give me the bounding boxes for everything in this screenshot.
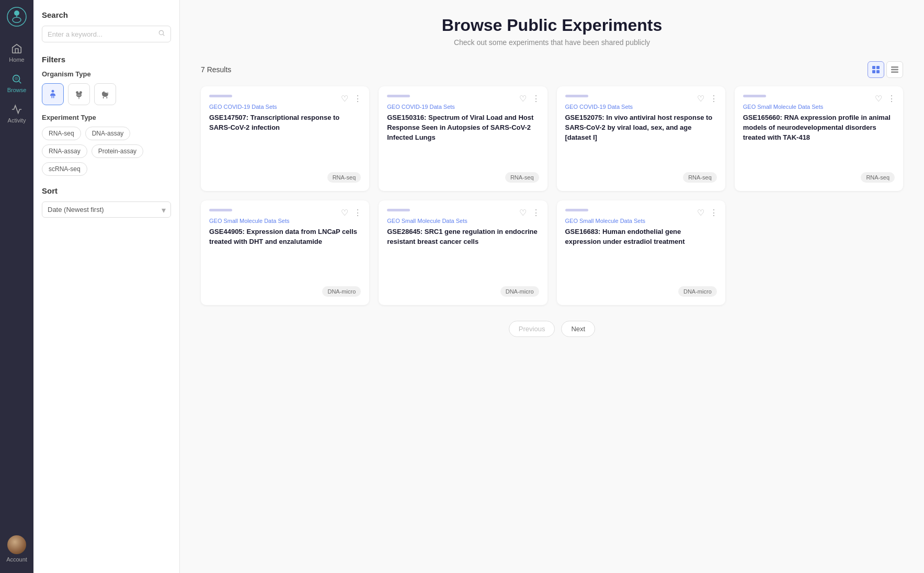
card-category: GEO Small Molecule Data Sets [743,104,895,110]
svg-rect-25 [891,72,898,73]
svg-point-14 [78,95,79,96]
search-input[interactable] [48,30,158,38]
experiment-card[interactable]: ♡ ⋮ GEO COVID-19 Data Sets GSE150316: Sp… [379,86,547,191]
svg-rect-18 [107,97,108,98]
sidebar-item-browse-label: Browse [7,87,27,93]
card-title: GSE150316: Spectrum of Viral Load and Ho… [387,113,539,164]
like-button[interactable]: ♡ [518,208,528,218]
like-button[interactable]: ♡ [340,208,349,218]
card-category: GEO Small Molecule Data Sets [387,218,539,224]
like-button[interactable]: ♡ [340,94,349,104]
exp-type-scrna-seq[interactable]: scRNA-seq [42,162,87,176]
exp-type-rna-assay[interactable]: RNA-assay [42,144,87,158]
filters-section: Filters Organism Type [42,55,171,176]
search-icon [158,29,165,39]
view-list-button[interactable] [886,61,903,78]
left-panel: Search Filters Organism Type [33,0,180,573]
card-bar [565,209,588,211]
page-subtitle: Check out some experiments that have bee… [201,38,903,47]
svg-point-5 [15,77,17,80]
results-count: 7 Results [201,65,231,74]
card-tag: RNA-seq [683,172,717,183]
experiment-card[interactable]: ♡ ⋮ GEO Small Molecule Data Sets GSE1668… [557,200,725,305]
experiment-type-label: Experiment Type [42,114,171,121]
card-tag: RNA-seq [861,172,895,183]
card-category: GEO Small Molecule Data Sets [565,218,717,224]
sort-select[interactable]: Date (Newest first) Date (Oldest first) … [42,201,171,218]
sidebar-item-home[interactable]: Home [0,38,33,68]
svg-rect-8 [52,96,53,98]
svg-rect-22 [876,70,880,73]
organism-type-buttons [42,83,171,105]
experiment-card[interactable]: ♡ ⋮ GEO COVID-19 Data Sets GSE147507: Tr… [201,86,369,191]
sidebar: Home Browse Activity Account [0,0,33,573]
card-title: GSE165660: RNA expression profile in ani… [743,113,895,164]
card-tag: DNA-micro [678,286,717,297]
svg-point-11 [76,91,78,94]
results-bar: 7 Results [201,61,903,78]
browse-header: Browse Public Experiments Check out some… [201,16,903,47]
sidebar-item-browse[interactable]: Browse [0,68,33,98]
svg-rect-23 [891,66,898,68]
card-actions: ♡ ⋮ [518,208,541,218]
card-actions: ♡ ⋮ [874,94,897,104]
card-bar [209,209,232,211]
svg-point-7 [52,90,54,93]
sidebar-bottom: Account [6,535,27,567]
card-bar [387,95,410,97]
like-button[interactable]: ♡ [696,208,705,218]
svg-rect-24 [891,69,898,71]
card-title: GSE44905: Expression data from LNCaP cel… [209,227,361,278]
card-title: GSE16683: Human endothelial gene express… [565,227,717,278]
sidebar-item-activity[interactable]: Activity [0,98,33,129]
like-button[interactable]: ♡ [518,94,528,104]
exp-type-rna-seq[interactable]: RNA-seq [42,127,81,140]
experiment-card[interactable]: ♡ ⋮ GEO COVID-19 Data Sets GSE152075: In… [557,86,725,191]
organism-type-label: Organism Type [42,70,171,78]
card-category: GEO COVID-19 Data Sets [565,104,717,110]
experiment-card[interactable]: ♡ ⋮ GEO Small Molecule Data Sets GSE1656… [735,86,903,191]
more-button[interactable]: ⋮ [709,94,719,104]
like-button[interactable]: ♡ [696,94,705,104]
main-content: Browse Public Experiments Check out some… [180,0,924,573]
experiment-card[interactable]: ♡ ⋮ GEO Small Molecule Data Sets GSE2864… [379,200,547,305]
card-category: GEO COVID-19 Data Sets [209,104,361,110]
organism-btn-horse[interactable] [94,83,116,105]
card-tag: RNA-seq [327,172,361,183]
card-bar [565,95,588,97]
card-tag: RNA-seq [505,172,539,183]
organism-btn-mouse[interactable] [68,83,90,105]
page-title: Browse Public Experiments [201,16,903,35]
exp-type-dna-assay[interactable]: DNA-assay [85,127,131,140]
pagination: Previous Next [201,321,903,337]
svg-point-6 [159,30,163,35]
svg-point-12 [79,91,82,94]
view-toggles [868,61,903,78]
exp-type-protein-assay[interactable]: Protein-assay [92,144,143,158]
card-bar [387,209,410,211]
card-tag: DNA-micro [500,286,539,297]
experiment-card[interactable]: ♡ ⋮ GEO Small Molecule Data Sets GSE4490… [201,200,369,305]
next-button[interactable]: Next [561,321,595,337]
card-actions: ♡ ⋮ [340,94,363,104]
card-tag: DNA-micro [322,286,361,297]
more-button[interactable]: ⋮ [531,208,541,218]
card-actions: ♡ ⋮ [696,208,719,218]
prev-button[interactable]: Previous [509,321,555,337]
like-button[interactable]: ♡ [874,94,883,104]
account-label: Account [6,556,27,563]
organism-btn-human[interactable] [42,83,64,105]
avatar[interactable] [7,535,26,554]
app-logo [6,6,27,27]
card-bar [209,95,232,97]
more-button[interactable]: ⋮ [531,94,541,104]
more-button[interactable]: ⋮ [352,94,363,104]
more-button[interactable]: ⋮ [709,208,719,218]
view-grid-button[interactable] [868,61,884,78]
card-title: GSE28645: SRC1 gene regulation in endocr… [387,227,539,278]
more-button[interactable]: ⋮ [352,208,363,218]
card-actions: ♡ ⋮ [696,94,719,104]
more-button[interactable]: ⋮ [886,94,897,104]
cards-grid: ♡ ⋮ GEO COVID-19 Data Sets GSE147507: Tr… [201,86,903,305]
experiment-type-buttons: RNA-seq DNA-assay RNA-assay Protein-assa… [42,127,171,176]
